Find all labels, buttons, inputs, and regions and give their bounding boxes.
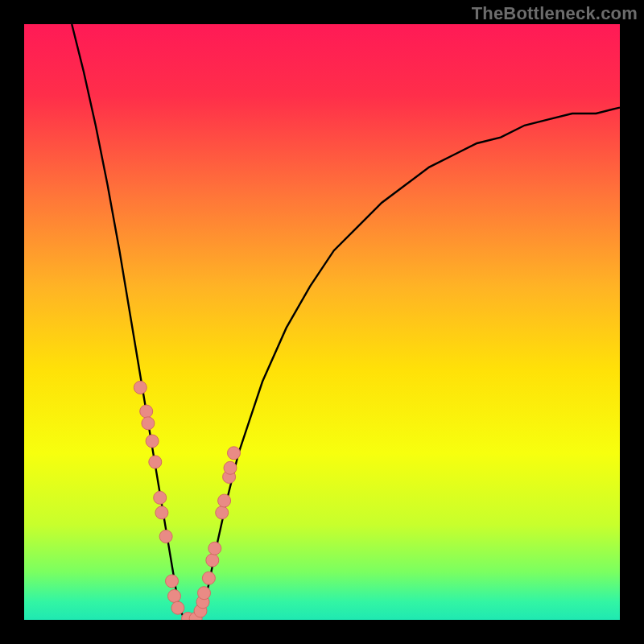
data-marker	[140, 405, 153, 418]
black-frame: TheBottleneck.com	[0, 0, 644, 644]
data-marker	[198, 587, 211, 600]
data-marker	[206, 554, 219, 567]
data-marker	[146, 435, 159, 448]
data-marker	[142, 417, 155, 430]
data-marker	[155, 506, 168, 519]
data-marker	[224, 461, 237, 474]
gradient-background	[24, 24, 620, 620]
data-marker	[149, 456, 162, 469]
data-marker	[216, 506, 229, 519]
data-marker	[166, 575, 179, 588]
data-marker	[202, 572, 215, 584]
chart-svg	[24, 24, 620, 620]
watermark-text: TheBottleneck.com	[472, 3, 638, 24]
plot-area	[24, 24, 620, 620]
data-marker	[154, 491, 167, 504]
data-marker	[168, 589, 181, 602]
data-marker	[218, 494, 231, 507]
data-marker	[228, 447, 241, 460]
data-marker	[208, 542, 221, 555]
data-marker	[171, 601, 184, 614]
data-marker	[134, 381, 147, 394]
data-marker	[159, 530, 172, 543]
